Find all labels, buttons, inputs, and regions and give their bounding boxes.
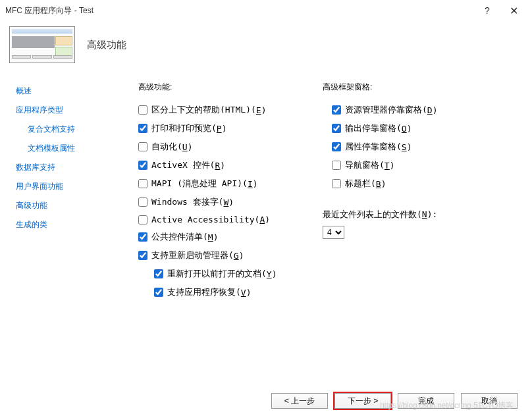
- mru-label: 最近文件列表上的文件数(N):: [323, 209, 516, 221]
- checkbox-row[interactable]: ActiveX 控件(R): [129, 156, 323, 174]
- preview-thumbnail: [9, 26, 75, 63]
- sidebar-item-4[interactable]: 数据库支持: [16, 158, 129, 177]
- left-heading: 高级功能:: [138, 82, 323, 93]
- checkbox-row[interactable]: 区分上下文的帮助(HTML)(E): [129, 101, 323, 119]
- help-button[interactable]: ?: [474, 1, 500, 20]
- checkbox-row[interactable]: 导航窗格(T): [323, 156, 516, 174]
- sidebar-item-2[interactable]: 复合文档支持: [16, 120, 129, 139]
- frame-panes-list: 资源管理器停靠窗格(D)输出停靠窗格(O)属性停靠窗格(S)导航窗格(T)标题栏…: [323, 101, 516, 193]
- checkbox[interactable]: [138, 105, 147, 115]
- checkbox[interactable]: [138, 161, 147, 170]
- mru-count-select[interactable]: 4: [323, 226, 344, 239]
- footer: < 上一步 下一步 > 完成 取消: [271, 393, 518, 409]
- title-bar: MFC 应用程序向导 - Test ? ✕: [0, 0, 532, 21]
- checkbox-row[interactable]: 公共控件清单(M): [129, 228, 323, 246]
- checkbox[interactable]: [332, 124, 341, 133]
- sidebar: 概述应用程序类型复合文档支持文档模板属性数据库支持用户界面功能高级功能生成的类: [16, 74, 129, 301]
- checkbox-row[interactable]: 重新打开以前打开的文档(Y): [129, 265, 323, 283]
- checkbox-row[interactable]: 打印和打印预览(P): [129, 119, 323, 138]
- next-button[interactable]: 下一步 >: [334, 393, 391, 409]
- back-button[interactable]: < 上一步: [271, 393, 328, 409]
- checkbox[interactable]: [332, 142, 341, 151]
- checkbox[interactable]: [332, 161, 341, 170]
- checkbox-row[interactable]: 支持重新启动管理器(G): [129, 246, 323, 265]
- close-button[interactable]: ✕: [500, 1, 527, 20]
- checkbox-row[interactable]: 属性停靠窗格(S): [323, 138, 516, 156]
- checkbox[interactable]: [138, 232, 147, 242]
- checkbox[interactable]: [332, 105, 341, 115]
- cancel-button[interactable]: 取消: [461, 393, 518, 409]
- checkbox[interactable]: [138, 179, 147, 188]
- sidebar-item-6[interactable]: 高级功能: [16, 196, 129, 215]
- right-heading: 高级框架窗格:: [323, 82, 516, 93]
- checkbox-row[interactable]: 资源管理器停靠窗格(D): [323, 101, 516, 119]
- sidebar-item-5[interactable]: 用户界面功能: [16, 177, 129, 196]
- checkbox-row[interactable]: 自动化(U): [129, 138, 323, 156]
- finish-button[interactable]: 完成: [398, 393, 454, 409]
- checkbox[interactable]: [138, 124, 147, 133]
- sidebar-item-7[interactable]: 生成的类: [16, 215, 129, 234]
- checkbox-row[interactable]: 支持应用程序恢复(V): [129, 283, 323, 301]
- checkbox[interactable]: [332, 179, 341, 188]
- checkbox-row[interactable]: 标题栏(B): [323, 174, 516, 193]
- checkbox-row[interactable]: Active Accessibility(A): [129, 211, 323, 228]
- advanced-features-list: 区分上下文的帮助(HTML)(E)打印和打印预览(P)自动化(U)ActiveX…: [129, 101, 323, 301]
- header: 高级功能: [0, 21, 532, 68]
- sidebar-item-0[interactable]: 概述: [16, 82, 129, 101]
- sidebar-item-3[interactable]: 文档模板属性: [16, 139, 129, 158]
- window-title: MFC 应用程序向导 - Test: [5, 5, 474, 16]
- checkbox-row[interactable]: 输出停靠窗格(O): [323, 119, 516, 138]
- checkbox-row[interactable]: Windows 套接字(W): [129, 193, 323, 211]
- checkbox[interactable]: [154, 269, 163, 278]
- checkbox[interactable]: [138, 142, 147, 151]
- checkbox-row[interactable]: MAPI (消息处理 API)(I): [129, 174, 323, 193]
- sidebar-item-1[interactable]: 应用程序类型: [16, 101, 129, 120]
- page-title: 高级功能: [87, 39, 126, 51]
- checkbox[interactable]: [138, 197, 147, 207]
- checkbox[interactable]: [138, 215, 147, 224]
- checkbox[interactable]: [138, 251, 147, 260]
- checkbox[interactable]: [154, 288, 163, 297]
